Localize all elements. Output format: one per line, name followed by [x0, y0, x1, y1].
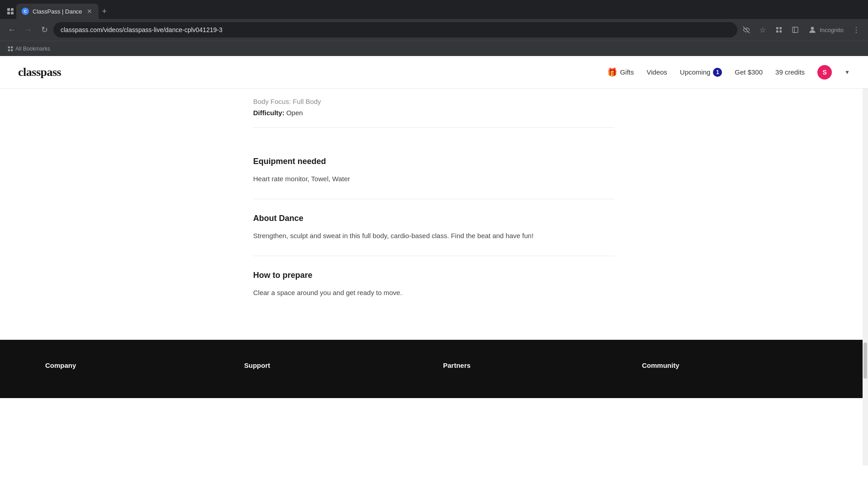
classpass-logo[interactable]: classpass — [18, 66, 61, 79]
svg-rect-14 — [11, 49, 13, 51]
main-content: Body Focus: Full Body Difficulty: Open E… — [235, 89, 633, 340]
svg-rect-1 — [11, 8, 14, 11]
svg-rect-13 — [8, 49, 10, 51]
difficulty-value: Open — [286, 109, 303, 117]
footer-company-col: Company — [45, 361, 226, 376]
header-nav: 🎁 Gifts Videos Upcoming 1 Get $300 39 cr… — [607, 65, 850, 80]
tab-close-button[interactable]: ✕ — [86, 7, 93, 16]
tab-list-icon[interactable] — [5, 6, 16, 16]
upcoming-label: Upcoming — [680, 68, 711, 76]
equipment-title: Equipment needed — [253, 157, 615, 166]
svg-point-10 — [811, 27, 814, 30]
page-wrapper: classpass 🎁 Gifts Videos Upcoming 1 Get … — [0, 56, 868, 465]
svg-rect-6 — [776, 30, 778, 33]
incognito-label: Incognito — [820, 27, 844, 33]
camera-icon[interactable] — [739, 23, 754, 37]
svg-rect-11 — [8, 46, 10, 48]
body-focus-label: Body Focus: — [253, 98, 291, 105]
scrollbar[interactable] — [863, 56, 868, 465]
about-title: About Dance — [253, 214, 615, 223]
all-bookmarks[interactable]: All Bookmarks — [5, 45, 53, 53]
bookmarks-bar: All Bookmarks — [0, 41, 868, 56]
scrollbar-thumb[interactable] — [863, 343, 867, 379]
site-header: classpass 🎁 Gifts Videos Upcoming 1 Get … — [0, 56, 868, 89]
videos-nav-link[interactable]: Videos — [646, 68, 667, 76]
about-section: About Dance Strengthen, sculpt and sweat… — [253, 199, 615, 256]
prepare-title: How to prepare — [253, 271, 615, 280]
prepare-text: Clear a space around you and get ready t… — [253, 287, 615, 298]
equipment-section: Equipment needed Heart rate monitor, Tow… — [253, 142, 615, 199]
svg-rect-2 — [7, 12, 10, 14]
gifts-label: Gifts — [620, 68, 634, 76]
tab-title: ClassPass | Dance — [33, 8, 82, 15]
svg-rect-0 — [7, 8, 10, 11]
tab-favicon: C — [22, 8, 29, 15]
account-dropdown-chevron[interactable]: ▼ — [844, 69, 850, 75]
more-button[interactable]: ⋮ — [849, 23, 863, 37]
tab-bar: C ClassPass | Dance ✕ + — [0, 0, 868, 19]
footer-community-col: Community — [642, 361, 823, 376]
svg-rect-12 — [11, 46, 13, 48]
difficulty-row: Difficulty: Open — [253, 109, 615, 117]
back-button[interactable]: ← — [5, 23, 19, 37]
credits-display[interactable]: 39 credits — [775, 68, 805, 76]
extension-icon[interactable] — [772, 23, 786, 37]
footer-community-title: Community — [642, 361, 823, 369]
body-focus-row: Body Focus: Full Body — [253, 98, 615, 105]
about-text: Strengthen, sculpt and sweat in this ful… — [253, 230, 615, 241]
footer-partners-col: Partners — [443, 361, 624, 376]
svg-rect-8 — [793, 27, 798, 33]
incognito-badge: Incognito — [804, 23, 847, 36]
body-focus-section: Body Focus: Full Body Difficulty: Open — [253, 98, 615, 128]
sidebar-icon[interactable] — [788, 23, 802, 37]
site-footer: Company Support Partners Community — [0, 340, 868, 398]
address-bar[interactable] — [53, 22, 737, 38]
prepare-section: How to prepare Clear a space around you … — [253, 256, 615, 313]
active-tab[interactable]: C ClassPass | Dance ✕ — [16, 4, 99, 19]
svg-rect-5 — [780, 27, 782, 29]
all-bookmarks-label: All Bookmarks — [15, 46, 50, 52]
body-focus-value: Full Body — [293, 98, 321, 105]
gift-icon: 🎁 — [607, 67, 617, 77]
equipment-text: Heart rate monitor, Towel, Water — [253, 174, 615, 184]
footer-company-title: Company — [45, 361, 226, 369]
svg-rect-7 — [780, 30, 782, 33]
browser-window: C ClassPass | Dance ✕ + ← → ↻ ☆ — [0, 0, 868, 56]
reload-button[interactable]: ↻ — [37, 23, 52, 37]
footer-support-col: Support — [244, 361, 425, 376]
browser-toolbar: ← → ↻ ☆ — [0, 19, 868, 41]
upcoming-count-badge: 1 — [713, 68, 722, 77]
bookmark-icon[interactable]: ☆ — [755, 23, 770, 37]
upcoming-nav-link[interactable]: Upcoming 1 — [680, 68, 722, 77]
toolbar-icons: ☆ Incognito ⋮ — [739, 23, 863, 37]
footer-partners-title: Partners — [443, 361, 624, 369]
footer-support-title: Support — [244, 361, 425, 369]
svg-rect-4 — [776, 27, 778, 29]
svg-rect-3 — [11, 12, 14, 14]
difficulty-label: Difficulty: — [253, 109, 284, 117]
gifts-nav-link[interactable]: 🎁 Gifts — [607, 67, 634, 77]
get300-nav-link[interactable]: Get $300 — [735, 68, 763, 76]
new-tab-button[interactable]: + — [99, 5, 111, 18]
avatar[interactable]: S — [817, 65, 832, 80]
forward-button[interactable]: → — [21, 23, 35, 37]
